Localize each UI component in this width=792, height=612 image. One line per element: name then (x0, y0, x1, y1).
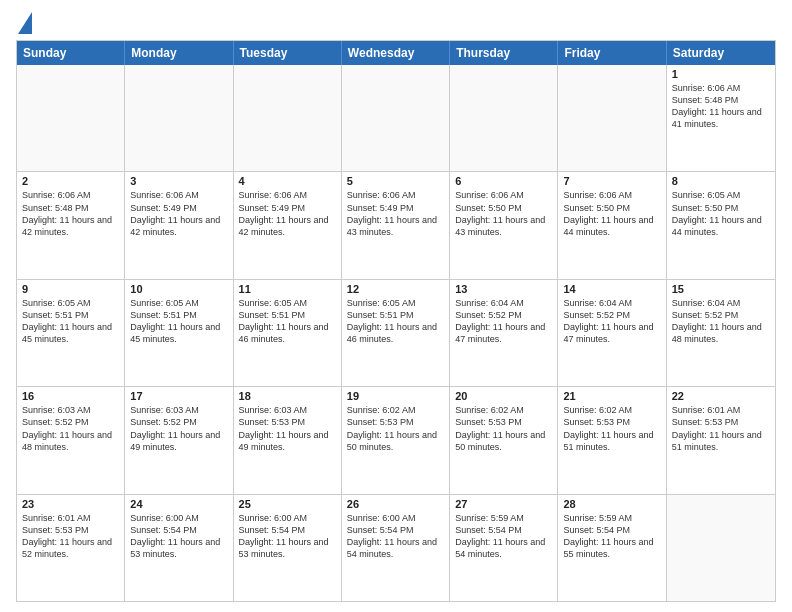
logo-triangle-icon (18, 12, 32, 34)
day-info: Sunrise: 6:03 AM Sunset: 5:53 PM Dayligh… (239, 404, 336, 453)
weekday-header-saturday: Saturday (667, 41, 775, 65)
day-number: 1 (672, 68, 770, 80)
day-info: Sunrise: 6:01 AM Sunset: 5:53 PM Dayligh… (22, 512, 119, 561)
day-number: 7 (563, 175, 660, 187)
weekday-header-sunday: Sunday (17, 41, 125, 65)
day-info: Sunrise: 6:06 AM Sunset: 5:48 PM Dayligh… (22, 189, 119, 238)
day-info: Sunrise: 6:00 AM Sunset: 5:54 PM Dayligh… (347, 512, 444, 561)
logo (16, 16, 32, 34)
weekday-header-wednesday: Wednesday (342, 41, 450, 65)
day-number: 12 (347, 283, 444, 295)
day-cell-10: 10Sunrise: 6:05 AM Sunset: 5:51 PM Dayli… (125, 280, 233, 386)
day-number: 27 (455, 498, 552, 510)
day-cell-24: 24Sunrise: 6:00 AM Sunset: 5:54 PM Dayli… (125, 495, 233, 601)
day-cell-empty-0-0 (17, 65, 125, 171)
calendar-row-3: 16Sunrise: 6:03 AM Sunset: 5:52 PM Dayli… (17, 386, 775, 493)
day-number: 26 (347, 498, 444, 510)
day-cell-16: 16Sunrise: 6:03 AM Sunset: 5:52 PM Dayli… (17, 387, 125, 493)
day-cell-14: 14Sunrise: 6:04 AM Sunset: 5:52 PM Dayli… (558, 280, 666, 386)
day-cell-4: 4Sunrise: 6:06 AM Sunset: 5:49 PM Daylig… (234, 172, 342, 278)
weekday-header-thursday: Thursday (450, 41, 558, 65)
day-info: Sunrise: 6:02 AM Sunset: 5:53 PM Dayligh… (563, 404, 660, 453)
day-number: 19 (347, 390, 444, 402)
day-cell-6: 6Sunrise: 6:06 AM Sunset: 5:50 PM Daylig… (450, 172, 558, 278)
day-number: 22 (672, 390, 770, 402)
day-number: 2 (22, 175, 119, 187)
day-number: 3 (130, 175, 227, 187)
weekday-header-monday: Monday (125, 41, 233, 65)
day-info: Sunrise: 6:00 AM Sunset: 5:54 PM Dayligh… (130, 512, 227, 561)
day-info: Sunrise: 6:06 AM Sunset: 5:48 PM Dayligh… (672, 82, 770, 131)
weekday-header-tuesday: Tuesday (234, 41, 342, 65)
day-cell-1: 1Sunrise: 6:06 AM Sunset: 5:48 PM Daylig… (667, 65, 775, 171)
day-info: Sunrise: 6:04 AM Sunset: 5:52 PM Dayligh… (672, 297, 770, 346)
day-number: 14 (563, 283, 660, 295)
day-cell-3: 3Sunrise: 6:06 AM Sunset: 5:49 PM Daylig… (125, 172, 233, 278)
day-number: 21 (563, 390, 660, 402)
day-cell-13: 13Sunrise: 6:04 AM Sunset: 5:52 PM Dayli… (450, 280, 558, 386)
day-number: 28 (563, 498, 660, 510)
day-cell-20: 20Sunrise: 6:02 AM Sunset: 5:53 PM Dayli… (450, 387, 558, 493)
day-number: 24 (130, 498, 227, 510)
day-info: Sunrise: 5:59 AM Sunset: 5:54 PM Dayligh… (563, 512, 660, 561)
calendar-header: SundayMondayTuesdayWednesdayThursdayFrid… (17, 41, 775, 65)
calendar-row-4: 23Sunrise: 6:01 AM Sunset: 5:53 PM Dayli… (17, 494, 775, 601)
day-info: Sunrise: 6:04 AM Sunset: 5:52 PM Dayligh… (563, 297, 660, 346)
day-cell-27: 27Sunrise: 5:59 AM Sunset: 5:54 PM Dayli… (450, 495, 558, 601)
day-info: Sunrise: 6:00 AM Sunset: 5:54 PM Dayligh… (239, 512, 336, 561)
day-cell-25: 25Sunrise: 6:00 AM Sunset: 5:54 PM Dayli… (234, 495, 342, 601)
calendar-body: 1Sunrise: 6:06 AM Sunset: 5:48 PM Daylig… (17, 65, 775, 601)
day-info: Sunrise: 6:05 AM Sunset: 5:51 PM Dayligh… (347, 297, 444, 346)
day-cell-18: 18Sunrise: 6:03 AM Sunset: 5:53 PM Dayli… (234, 387, 342, 493)
day-cell-19: 19Sunrise: 6:02 AM Sunset: 5:53 PM Dayli… (342, 387, 450, 493)
day-cell-empty-4-6 (667, 495, 775, 601)
day-cell-28: 28Sunrise: 5:59 AM Sunset: 5:54 PM Dayli… (558, 495, 666, 601)
day-info: Sunrise: 6:06 AM Sunset: 5:50 PM Dayligh… (563, 189, 660, 238)
day-number: 9 (22, 283, 119, 295)
day-info: Sunrise: 6:02 AM Sunset: 5:53 PM Dayligh… (455, 404, 552, 453)
day-cell-17: 17Sunrise: 6:03 AM Sunset: 5:52 PM Dayli… (125, 387, 233, 493)
day-number: 20 (455, 390, 552, 402)
day-info: Sunrise: 6:06 AM Sunset: 5:49 PM Dayligh… (239, 189, 336, 238)
day-cell-empty-0-5 (558, 65, 666, 171)
day-number: 4 (239, 175, 336, 187)
day-cell-7: 7Sunrise: 6:06 AM Sunset: 5:50 PM Daylig… (558, 172, 666, 278)
day-number: 11 (239, 283, 336, 295)
day-cell-empty-0-1 (125, 65, 233, 171)
day-info: Sunrise: 6:05 AM Sunset: 5:51 PM Dayligh… (130, 297, 227, 346)
day-info: Sunrise: 6:06 AM Sunset: 5:49 PM Dayligh… (130, 189, 227, 238)
day-cell-11: 11Sunrise: 6:05 AM Sunset: 5:51 PM Dayli… (234, 280, 342, 386)
calendar-row-1: 2Sunrise: 6:06 AM Sunset: 5:48 PM Daylig… (17, 171, 775, 278)
day-number: 5 (347, 175, 444, 187)
day-cell-22: 22Sunrise: 6:01 AM Sunset: 5:53 PM Dayli… (667, 387, 775, 493)
day-number: 17 (130, 390, 227, 402)
day-number: 18 (239, 390, 336, 402)
weekday-header-friday: Friday (558, 41, 666, 65)
day-info: Sunrise: 6:03 AM Sunset: 5:52 PM Dayligh… (130, 404, 227, 453)
day-cell-23: 23Sunrise: 6:01 AM Sunset: 5:53 PM Dayli… (17, 495, 125, 601)
calendar: SundayMondayTuesdayWednesdayThursdayFrid… (16, 40, 776, 602)
day-cell-empty-0-4 (450, 65, 558, 171)
day-cell-5: 5Sunrise: 6:06 AM Sunset: 5:49 PM Daylig… (342, 172, 450, 278)
day-info: Sunrise: 5:59 AM Sunset: 5:54 PM Dayligh… (455, 512, 552, 561)
day-cell-26: 26Sunrise: 6:00 AM Sunset: 5:54 PM Dayli… (342, 495, 450, 601)
day-number: 13 (455, 283, 552, 295)
day-cell-9: 9Sunrise: 6:05 AM Sunset: 5:51 PM Daylig… (17, 280, 125, 386)
day-info: Sunrise: 6:05 AM Sunset: 5:51 PM Dayligh… (239, 297, 336, 346)
day-cell-21: 21Sunrise: 6:02 AM Sunset: 5:53 PM Dayli… (558, 387, 666, 493)
day-number: 15 (672, 283, 770, 295)
day-number: 16 (22, 390, 119, 402)
calendar-row-0: 1Sunrise: 6:06 AM Sunset: 5:48 PM Daylig… (17, 65, 775, 171)
day-number: 8 (672, 175, 770, 187)
calendar-row-2: 9Sunrise: 6:05 AM Sunset: 5:51 PM Daylig… (17, 279, 775, 386)
page-header (16, 12, 776, 34)
day-cell-8: 8Sunrise: 6:05 AM Sunset: 5:50 PM Daylig… (667, 172, 775, 278)
day-number: 25 (239, 498, 336, 510)
day-cell-12: 12Sunrise: 6:05 AM Sunset: 5:51 PM Dayli… (342, 280, 450, 386)
day-info: Sunrise: 6:03 AM Sunset: 5:52 PM Dayligh… (22, 404, 119, 453)
day-info: Sunrise: 6:05 AM Sunset: 5:50 PM Dayligh… (672, 189, 770, 238)
day-info: Sunrise: 6:01 AM Sunset: 5:53 PM Dayligh… (672, 404, 770, 453)
day-info: Sunrise: 6:05 AM Sunset: 5:51 PM Dayligh… (22, 297, 119, 346)
day-info: Sunrise: 6:02 AM Sunset: 5:53 PM Dayligh… (347, 404, 444, 453)
day-number: 10 (130, 283, 227, 295)
